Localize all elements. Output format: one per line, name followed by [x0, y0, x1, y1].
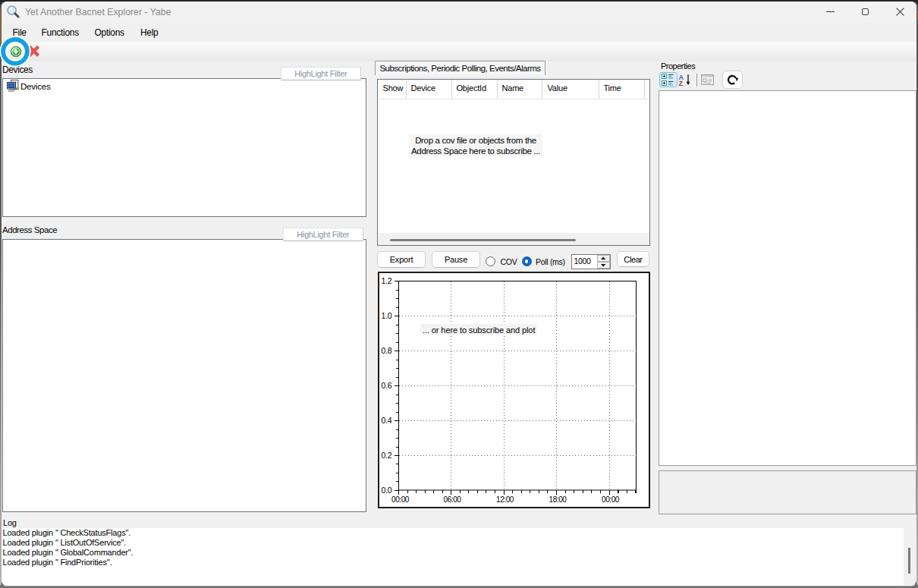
svg-text:00:00: 00:00: [391, 495, 410, 504]
svg-text:1.0: 1.0: [382, 311, 392, 320]
svg-text:Z: Z: [679, 80, 684, 86]
svg-text:0.8: 0.8: [382, 346, 392, 355]
svg-text:0.6: 0.6: [382, 381, 392, 390]
svg-text:0.2: 0.2: [382, 451, 392, 460]
svg-text:0.0: 0.0: [382, 486, 392, 495]
svg-text:... or here to subscribe and p: ... or here to subscribe and plot: [423, 325, 535, 335]
svg-text:12:00: 12:00: [496, 495, 514, 504]
svg-text:1.2: 1.2: [382, 276, 392, 285]
svg-text:18:00: 18:00: [549, 495, 567, 504]
svg-text:06:00: 06:00: [444, 495, 462, 504]
svg-text:00:00: 00:00: [602, 495, 620, 504]
svg-text:0.4: 0.4: [382, 416, 392, 425]
